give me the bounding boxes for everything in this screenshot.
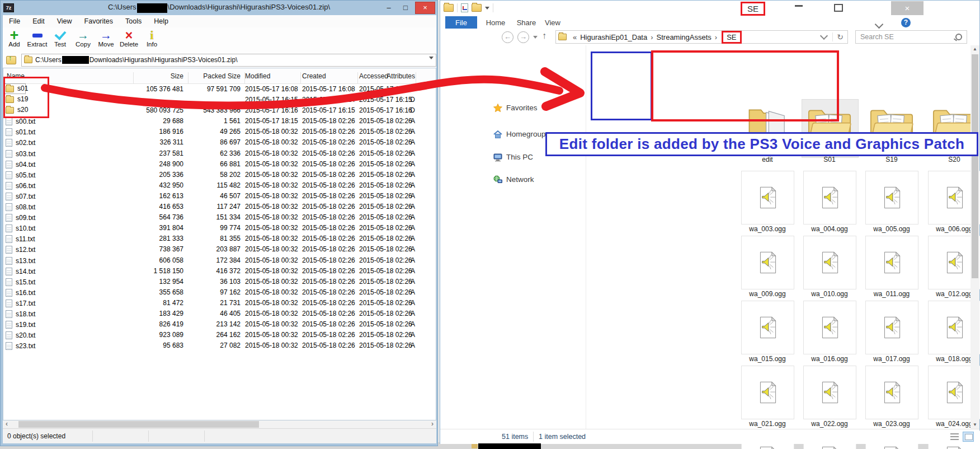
table-row-s11.txt[interactable]: s11.txt281 33381 3552015-05-18 00:322015…: [3, 233, 436, 244]
breadcrumb-item-higurashiep01_data[interactable]: HigurashiEp01_Data: [580, 33, 647, 41]
up-icon[interactable]: ↑: [542, 31, 546, 41]
scrollbar-thumb[interactable]: [18, 421, 259, 428]
table-row-s12.txt[interactable]: s12.txt738 367203 8872015-05-18 00:32201…: [3, 244, 436, 255]
properties-icon[interactable]: [461, 3, 468, 12]
move-button[interactable]: →Move: [95, 29, 117, 48]
menu-item-edit[interactable]: Edit: [26, 17, 51, 25]
scrollbar-thumb[interactable]: [972, 54, 978, 278]
cell-pack: 117 247: [187, 203, 241, 211]
vertical-scrollbar[interactable]: ▲ ▼: [970, 45, 979, 429]
chevron-right-icon[interactable]: ›: [651, 33, 653, 41]
cell-att: D: [395, 106, 415, 114]
new-folder-icon[interactable]: [472, 4, 482, 12]
breadcrumb[interactable]: «HigurashiEp01_Data›StreamingAssets›SE↻: [555, 30, 848, 44]
audio-file-icon: [865, 366, 918, 419]
breadcrumb-item-se[interactable]: SE: [722, 31, 741, 44]
back-icon[interactable]: ←: [502, 31, 513, 43]
minimize-icon[interactable]: –: [381, 2, 396, 13]
minimize-icon[interactable]: [795, 5, 803, 7]
tab-file[interactable]: File: [445, 16, 477, 29]
scroll-up-icon[interactable]: ▲: [970, 45, 979, 53]
horizontal-scrollbar[interactable]: ‹ ›: [3, 420, 436, 428]
column-header-name[interactable]: Name: [7, 72, 25, 80]
text-file-icon: [6, 246, 12, 254]
details-view-icon[interactable]: [950, 433, 959, 441]
tab-view[interactable]: View: [540, 16, 565, 29]
table-row-s14.txt[interactable]: s14.txt1 518 150416 3722015-05-18 00:322…: [3, 266, 436, 277]
sidebar-item-network[interactable]: Network: [440, 174, 586, 186]
table-row-s10.txt[interactable]: s10.txt391 80499 7742015-05-18 00:322015…: [3, 223, 436, 233]
sidebar-item-favorites[interactable]: Favorites: [440, 102, 586, 115]
delete-button[interactable]: ×Delete: [117, 29, 140, 48]
cell-pack: 86 697: [187, 138, 241, 146]
table-row-s03.txt[interactable]: s03.txt237 58162 3362015-05-18 00:322015…: [3, 148, 436, 159]
breadcrumb-overflow-icon[interactable]: «: [573, 33, 577, 41]
thumbnail-view-icon[interactable]: [963, 432, 974, 442]
table-row-s08.txt[interactable]: s08.txt416 653117 2472015-05-18 00:32201…: [3, 202, 436, 212]
menu-item-file[interactable]: File: [3, 17, 26, 25]
address-dropdown-chevron-icon[interactable]: [820, 32, 828, 40]
scroll-left-icon[interactable]: ‹: [3, 420, 11, 428]
close-icon[interactable]: ×: [891, 1, 924, 15]
table-row-s00.txt[interactable]: s00.txt29 6881 5612015-05-17 18:152015-0…: [3, 116, 436, 127]
tab-share[interactable]: Share: [512, 16, 540, 29]
table-row-s17.txt[interactable]: s17.txt81 47221 7312015-05-18 00:322015-…: [3, 298, 436, 308]
table-row-s18.txt[interactable]: s18.txt183 42946 4052015-05-18 00:322015…: [3, 308, 436, 319]
add-button[interactable]: +Add: [3, 29, 26, 48]
menu-item-view[interactable]: View: [51, 17, 78, 25]
column-header-modified[interactable]: Modified: [245, 72, 270, 80]
chevron-down-icon[interactable]: [429, 57, 434, 59]
table-row-s23.txt[interactable]: s23.txt95 68327 0822015-05-18 00:322015-…: [3, 340, 436, 351]
table-row-s04.txt[interactable]: s04.txt248 90066 8812015-05-18 00:322015…: [3, 159, 436, 170]
table-row-s09.txt[interactable]: s09.txt564 736151 3342015-05-18 00:32201…: [3, 212, 436, 223]
breadcrumb-item-streamingassets[interactable]: StreamingAssets: [657, 33, 712, 41]
column-header-attributes[interactable]: Attributes: [361, 72, 415, 80]
table-row-s15.txt[interactable]: s15.txt132 95436 1032015-05-18 00:322015…: [3, 277, 436, 287]
copy-button[interactable]: →Copy: [72, 29, 95, 48]
refresh-icon[interactable]: ↻: [832, 32, 847, 41]
cell-size: 391 804: [104, 224, 183, 232]
table-row-s01.txt[interactable]: s01.txt186 91649 2652015-05-18 00:322015…: [3, 127, 436, 137]
table-row-s07.txt[interactable]: s07.txt162 61346 5072015-05-18 00:322015…: [3, 191, 436, 202]
info-button[interactable]: iInfo: [140, 29, 163, 48]
sevenzip-window: 7z C:\Users\Downloads\Higurashi\Higurash…: [0, 0, 438, 446]
extract-button[interactable]: Extract: [26, 29, 49, 48]
forward-icon[interactable]: →: [517, 31, 529, 43]
recent-locations-chevron-icon[interactable]: [533, 36, 538, 39]
table-row-s06.txt[interactable]: s06.txt432 950115 4822015-05-18 00:32201…: [3, 180, 436, 191]
chevron-down-icon[interactable]: [485, 7, 489, 10]
tab-home[interactable]: Home: [482, 16, 510, 29]
menu-item-help[interactable]: Help: [148, 17, 175, 25]
menu-item-favorites[interactable]: Favorites: [78, 17, 119, 25]
cell-cre: 2015-05-17 16:14: [302, 96, 355, 104]
chevron-right-icon[interactable]: ›: [715, 33, 717, 41]
scroll-down-icon[interactable]: ▼: [970, 421, 979, 429]
table-row-s05.txt[interactable]: s05.txt205 33658 2022015-05-18 00:322015…: [3, 170, 436, 180]
test-button[interactable]: Test: [49, 29, 72, 48]
ribbon-expand-chevron-icon[interactable]: [875, 20, 884, 29]
column-header-size[interactable]: Size: [104, 72, 183, 80]
table-row-s20.txt[interactable]: s20.txt923 089264 1622015-05-18 00:32201…: [3, 330, 436, 340]
search-input[interactable]: Search SE: [855, 30, 967, 44]
table-row-s01[interactable]: s01105 376 48197 591 7092015-05-17 16:08…: [3, 84, 436, 95]
menu-item-tools[interactable]: Tools: [119, 17, 148, 25]
sidebar-item-label: This PC: [506, 153, 533, 161]
folder-icon: [6, 86, 14, 92]
table-row-s19[interactable]: s192015-05-17 16:152015-05-17 16:142015-…: [3, 95, 436, 105]
table-row-s19.txt[interactable]: s19.txt826 419213 1422015-05-18 00:32201…: [3, 319, 436, 330]
close-icon[interactable]: ×: [415, 2, 435, 14]
table-row-s02.txt[interactable]: s02.txt326 31186 6972015-05-18 00:322015…: [3, 137, 436, 148]
maximize-icon[interactable]: □: [398, 2, 413, 13]
column-header-packed-size[interactable]: Packed Size: [187, 72, 241, 80]
help-icon[interactable]: ?: [901, 18, 911, 27]
address-input[interactable]: C:\UsersDownloads\Higurashi\HigurashiPS3…: [21, 54, 436, 67]
cell-mod: 2015-05-18 00:32: [245, 278, 298, 286]
table-row-s20[interactable]: s20580 093 725543 383 9662015-05-17 16:1…: [3, 105, 436, 116]
scroll-right-icon[interactable]: ›: [428, 420, 436, 428]
cell-cre: 2015-05-18 02:26: [302, 299, 355, 307]
table-row-s13.txt[interactable]: s13.txt606 058172 3842015-05-18 00:32201…: [3, 255, 436, 266]
up-folder-icon[interactable]: [6, 56, 16, 64]
table-row-s16.txt[interactable]: s16.txt355 65897 1622015-05-18 00:322015…: [3, 287, 436, 298]
column-header-created[interactable]: Created: [302, 72, 326, 80]
maximize-icon[interactable]: [834, 4, 843, 12]
